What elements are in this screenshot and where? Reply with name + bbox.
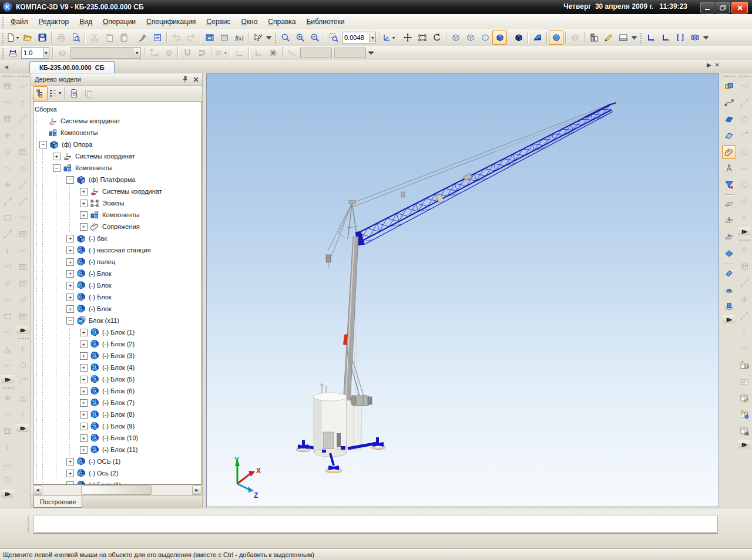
- tree-item[interactable]: +(-) Блок (1): [33, 326, 201, 338]
- snaps-settings-button[interactable]: [266, 46, 280, 60]
- tree-item[interactable]: +(-) Болт (1): [33, 479, 201, 485]
- tree-item[interactable]: −Блок (x11): [33, 315, 201, 326]
- sketch-mode-button[interactable]: [146, 46, 161, 60]
- deform-box-button[interactable]: T: [16, 407, 30, 421]
- blue-edit-table-button[interactable]: [737, 424, 751, 438]
- object-properties-button[interactable]: [217, 31, 231, 45]
- spec-table-big-button[interactable]: ?: [737, 342, 751, 356]
- roughness-button[interactable]: [16, 112, 30, 126]
- zoom-selected-button[interactable]: [278, 31, 293, 45]
- expand-icon[interactable]: +: [80, 399, 88, 407]
- construction-tree-button[interactable]: [586, 31, 601, 45]
- zoom-out-button[interactable]: [307, 31, 322, 45]
- perspective-button[interactable]: [530, 31, 545, 45]
- toolbar-grip[interactable]: [723, 75, 735, 77]
- scale-combobox-value[interactable]: [343, 33, 369, 42]
- layers-button[interactable]: [55, 46, 69, 60]
- expand-icon[interactable]: +: [80, 446, 88, 454]
- polyline-leader-button[interactable]: [16, 161, 30, 176]
- print-button[interactable]: [53, 31, 68, 45]
- copy-properties-button[interactable]: [135, 31, 150, 45]
- detail-number-button[interactable]: [1, 457, 15, 471]
- leader-line-button[interactable]: [16, 145, 30, 159]
- ortho-drawing-button[interactable]: [251, 46, 266, 60]
- menu-окно[interactable]: Окно: [236, 15, 263, 28]
- scroll-right-icon[interactable]: ▶: [192, 485, 202, 495]
- local-cs-button[interactable]: [232, 46, 247, 60]
- layer-combobox[interactable]: ▼: [70, 47, 141, 59]
- position-leader-button[interactable]: [1, 473, 15, 487]
- expand-icon[interactable]: +: [80, 376, 88, 383]
- menu-вид[interactable]: Вид: [74, 15, 98, 28]
- polygon-button[interactable]: [1, 276, 15, 291]
- toolbar-expand-icon[interactable]: ▮▶: [723, 315, 736, 323]
- tab-scroll-right-button[interactable]: ▶: [707, 62, 711, 68]
- snap-magnet-2-button[interactable]: [194, 46, 209, 60]
- grid-button[interactable]: ▼: [213, 46, 228, 60]
- menubar-grip[interactable]: [1, 16, 4, 28]
- new-document-button[interactable]: ▼: [5, 31, 20, 45]
- collapse-icon[interactable]: −: [66, 176, 74, 184]
- close-button[interactable]: [731, 2, 748, 14]
- arc-button[interactable]: [1, 129, 15, 143]
- expand-icon[interactable]: +: [66, 458, 74, 465]
- spline-curve-button[interactable]: [1, 211, 15, 225]
- scroll-left-icon[interactable]: ◀: [33, 485, 42, 495]
- expand-icon[interactable]: +: [66, 270, 74, 278]
- toolbar-grip[interactable]: [274, 32, 277, 43]
- toolbar-grip[interactable]: [17, 337, 29, 340]
- toolbar-options-icon[interactable]: ▬▼: [265, 31, 273, 44]
- surface-solid-button[interactable]: [722, 112, 736, 126]
- toolbar-grip[interactable]: [738, 238, 750, 241]
- coordinates-display-button[interactable]: YX: [284, 46, 299, 60]
- zoom-frame-button[interactable]: [415, 31, 429, 45]
- toolbar-expand-icon[interactable]: ▮▶: [1, 490, 14, 498]
- expand-icon[interactable]: +: [66, 294, 74, 301]
- dashed-line-button[interactable]: [1, 407, 15, 421]
- boolean-operation-button[interactable]: [722, 79, 736, 93]
- tree-item[interactable]: +(-) Блок (6): [33, 385, 201, 397]
- panel-close-icon[interactable]: [191, 75, 200, 84]
- toolbar-grip[interactable]: [2, 75, 14, 77]
- spec-edit-button[interactable]: [737, 259, 751, 274]
- expand-icon[interactable]: +: [80, 423, 88, 430]
- minimize-button[interactable]: [700, 2, 714, 14]
- measure-button[interactable]: [722, 161, 736, 176]
- tree-structure-button[interactable]: [33, 86, 48, 100]
- tree-item[interactable]: +(-) ОСЬ (1): [33, 456, 201, 467]
- plane-blue-button[interactable]: [722, 247, 736, 261]
- tree-item[interactable]: +(-) Блок (7): [33, 397, 201, 409]
- expand-icon[interactable]: +: [66, 258, 74, 266]
- expand-icon[interactable]: +: [80, 352, 88, 360]
- tree-item[interactable]: −Компоненты: [33, 162, 201, 174]
- expand-icon[interactable]: +: [80, 411, 88, 419]
- polyline-button[interactable]: [1, 194, 15, 208]
- 3d-viewport[interactable]: YXZ: [206, 73, 719, 507]
- tree-item[interactable]: Системы координат: [33, 115, 201, 127]
- toolbar-expand-icon[interactable]: ▮▶: [16, 424, 29, 432]
- snap-magnet-button[interactable]: [180, 46, 194, 60]
- expand-icon[interactable]: +: [66, 235, 74, 242]
- hide-in-components-button[interactable]: [568, 31, 582, 45]
- tab-close-button[interactable]: ✕: [715, 62, 720, 68]
- step-snap-button[interactable]: [5, 46, 20, 60]
- expand-icon[interactable]: +: [53, 153, 61, 160]
- copy-object-button[interactable]: T: [16, 342, 30, 356]
- mate-coincident-button[interactable]: [643, 31, 658, 45]
- tree-item[interactable]: +(-) Блок (8): [33, 409, 201, 420]
- pin-icon[interactable]: [180, 75, 189, 84]
- tree-item[interactable]: +(-) Блок: [33, 291, 201, 303]
- plane-normal-button[interactable]: [722, 230, 736, 244]
- properties-bar-button[interactable]: [616, 31, 630, 45]
- redo-button[interactable]: [183, 31, 198, 45]
- wavy-line-button[interactable]: [16, 309, 30, 323]
- paste-button[interactable]: [116, 31, 131, 45]
- aux-segment-button[interactable]: [1, 391, 15, 405]
- spec-add-row-button[interactable]: [737, 276, 751, 290]
- report-button[interactable]: [66, 86, 81, 100]
- fx-variables-button[interactable]: f(x): [231, 31, 246, 45]
- numbered-table-button[interactable]: [737, 375, 751, 389]
- tree-item[interactable]: −(ф) Опора: [33, 139, 201, 150]
- segment-button[interactable]: ?: [1, 96, 15, 110]
- variables-window-button[interactable]: [202, 31, 217, 45]
